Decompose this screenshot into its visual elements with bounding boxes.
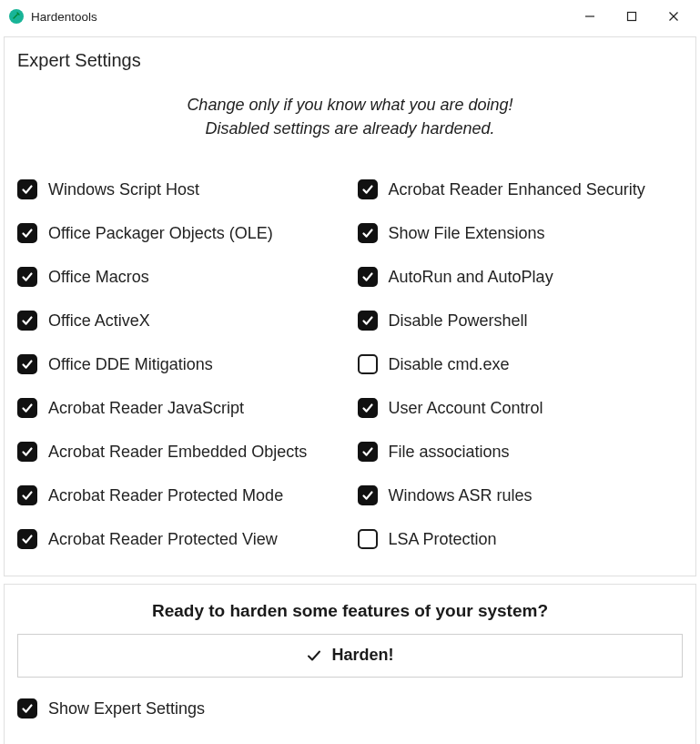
setting-label: Disable Powershell [389, 311, 528, 331]
setting-row[interactable]: Office ActiveX [17, 299, 343, 342]
window-titlebar: Hardentools [0, 0, 700, 33]
setting-label: Windows Script Host [48, 180, 199, 199]
action-panel: Ready to harden some features of your sy… [4, 584, 696, 744]
setting-label: Acrobat Reader JavaScript [48, 399, 244, 418]
close-icon [668, 11, 679, 22]
checkbox-icon [17, 179, 37, 199]
checkbox-icon [358, 354, 378, 374]
checkbox-icon [358, 442, 378, 462]
check-icon [306, 647, 322, 664]
checkbox-icon [17, 267, 37, 287]
setting-row[interactable]: Office Macros [17, 255, 343, 299]
setting-label: Office ActiveX [48, 311, 150, 331]
checkbox-icon [358, 179, 378, 199]
warning-text: Change only if you know what you are doi… [17, 93, 683, 140]
harden-button[interactable]: Harden! [17, 634, 683, 678]
setting-row[interactable]: File associations [358, 430, 684, 474]
setting-row[interactable]: Windows Script Host [17, 168, 343, 211]
setting-row[interactable]: Windows ASR rules [358, 474, 684, 517]
setting-row[interactable]: Acrobat Reader JavaScript [17, 386, 343, 430]
expert-settings-panel: Expert Settings Change only if you know … [4, 36, 696, 576]
settings-column-left: Windows Script HostOffice Packager Objec… [17, 168, 343, 561]
warning-line-1: Change only if you know what you are doi… [187, 96, 512, 114]
checkbox-icon [17, 223, 37, 243]
setting-row[interactable]: Acrobat Reader Embedded Objects [17, 430, 343, 474]
show-expert-checkbox[interactable]: Show Expert Settings [17, 687, 683, 730]
settings-column-right: Acrobat Reader Enhanced SecurityShow Fil… [358, 168, 684, 561]
checkbox-icon [358, 311, 378, 331]
setting-row[interactable]: User Account Control [358, 386, 684, 430]
harden-button-label: Harden! [331, 646, 393, 665]
setting-row[interactable]: Office DDE Mitigations [17, 342, 343, 386]
setting-label: Disable cmd.exe [389, 355, 510, 374]
minimize-button[interactable] [569, 2, 611, 31]
setting-row[interactable]: LSA Protection [358, 517, 684, 561]
checkbox-icon [17, 311, 37, 331]
setting-row[interactable]: Acrobat Reader Protected Mode [17, 474, 343, 517]
setting-label: Windows ASR rules [389, 486, 533, 505]
checkbox-icon [17, 398, 37, 418]
checkbox-icon [17, 529, 37, 549]
checkbox-icon [17, 698, 37, 719]
action-heading: Ready to harden some features of your sy… [17, 601, 683, 621]
svg-rect-1 [628, 13, 636, 21]
checkbox-icon [358, 267, 378, 287]
setting-row[interactable]: Office Packager Objects (OLE) [17, 211, 343, 255]
setting-label: Show File Extensions [389, 224, 545, 243]
checkbox-icon [17, 354, 37, 374]
checkbox-icon [17, 485, 37, 505]
maximize-button[interactable] [611, 2, 653, 31]
setting-label: Acrobat Reader Protected View [48, 530, 278, 549]
setting-label: Acrobat Reader Enhanced Security [389, 180, 645, 199]
setting-row[interactable]: Acrobat Reader Protected View [17, 517, 343, 561]
show-expert-label: Show Expert Settings [48, 699, 205, 719]
minimize-icon [584, 11, 595, 22]
app-icon [9, 9, 24, 24]
setting-label: Office Macros [48, 268, 149, 287]
page-title: Expert Settings [17, 50, 683, 71]
checkbox-icon [358, 485, 378, 505]
setting-label: LSA Protection [389, 530, 497, 549]
setting-label: File associations [389, 443, 510, 462]
setting-label: Office Packager Objects (OLE) [48, 224, 273, 243]
window-controls [569, 2, 695, 31]
setting-label: Acrobat Reader Protected Mode [48, 486, 283, 505]
setting-row[interactable]: Disable cmd.exe [358, 342, 684, 386]
checkbox-icon [358, 398, 378, 418]
setting-label: AutoRun and AutoPlay [389, 268, 553, 287]
maximize-icon [626, 11, 637, 22]
setting-row[interactable]: Show File Extensions [358, 211, 684, 255]
setting-label: User Account Control [389, 399, 543, 418]
setting-row[interactable]: Acrobat Reader Enhanced Security [358, 168, 684, 211]
close-button[interactable] [653, 2, 695, 31]
setting-label: Office DDE Mitigations [48, 355, 213, 374]
setting-label: Acrobat Reader Embedded Objects [48, 443, 307, 462]
checkbox-icon [358, 529, 378, 549]
window-title: Hardentools [31, 10, 97, 24]
setting-row[interactable]: Disable Powershell [358, 299, 684, 342]
setting-row[interactable]: AutoRun and AutoPlay [358, 255, 684, 299]
settings-grid: Windows Script HostOffice Packager Objec… [17, 168, 683, 561]
checkbox-icon [17, 442, 37, 462]
warning-line-2: Disabled settings are already hardened. [205, 119, 494, 138]
checkbox-icon [358, 223, 378, 243]
